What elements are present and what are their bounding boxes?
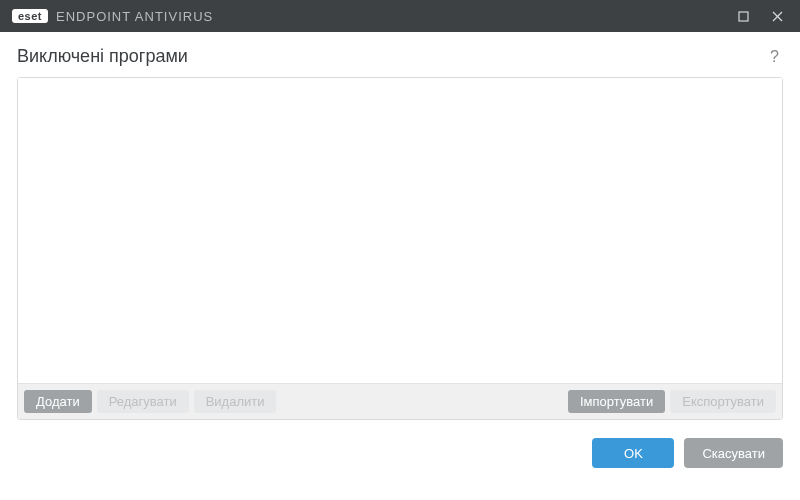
close-icon[interactable] (762, 4, 792, 28)
brand-text: ENDPOINT ANTIVIRUS (56, 9, 213, 24)
window-controls (728, 4, 792, 28)
import-button[interactable]: Імпортувати (568, 390, 665, 413)
help-icon[interactable]: ? (766, 48, 783, 66)
dialog-footer: OK Скасувати (17, 420, 783, 500)
titlebar: eset ENDPOINT ANTIVIRUS (0, 0, 800, 32)
content-area: Виключені програми ? Додати Редагувати В… (0, 32, 800, 500)
maximize-icon[interactable] (728, 4, 758, 28)
ok-button[interactable]: OK (592, 438, 674, 468)
brand-badge: eset (12, 9, 48, 23)
edit-button: Редагувати (97, 390, 189, 413)
export-button: Експортувати (670, 390, 776, 413)
excluded-apps-list[interactable] (18, 78, 782, 383)
page-title: Виключені програми (17, 46, 188, 67)
svg-rect-0 (739, 12, 748, 21)
cancel-button[interactable]: Скасувати (684, 438, 783, 468)
excluded-apps-panel: Додати Редагувати Видалити Імпортувати Е… (17, 77, 783, 420)
header-row: Виключені програми ? (17, 46, 783, 67)
delete-button: Видалити (194, 390, 277, 413)
add-button[interactable]: Додати (24, 390, 92, 413)
list-toolbar: Додати Редагувати Видалити Імпортувати Е… (18, 383, 782, 419)
